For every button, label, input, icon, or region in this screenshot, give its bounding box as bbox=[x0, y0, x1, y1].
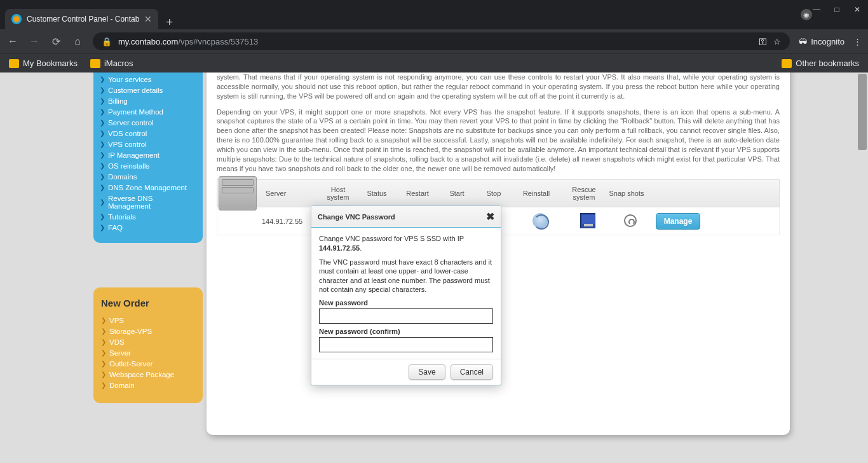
chevron-icon: ❯ bbox=[100, 108, 105, 115]
chevron-icon: ❯ bbox=[100, 119, 105, 126]
neworder-title: New Order bbox=[101, 298, 195, 308]
sidebar-item-customer-details[interactable]: ❯Customer details bbox=[100, 85, 196, 95]
lock-icon: 🔒 bbox=[102, 37, 112, 46]
main-content: system. That means that if your operatin… bbox=[207, 73, 790, 435]
scrollbar-thumb[interactable] bbox=[858, 74, 867, 150]
confirm-password-input[interactable] bbox=[319, 337, 493, 352]
chevron-icon: ❯ bbox=[101, 371, 106, 378]
browser-tab[interactable]: Customer Control Panel - Contab ✕ bbox=[5, 9, 158, 29]
col-snapshots: Snap shots bbox=[607, 190, 646, 197]
col-server: Server bbox=[261, 190, 319, 197]
sidebar-item-vps-control[interactable]: ❯VPS control bbox=[100, 139, 196, 149]
window-close[interactable]: ✕ bbox=[851, 4, 863, 15]
menu-icon[interactable]: ⋮ bbox=[853, 37, 862, 46]
sidebar-item-payment-method[interactable]: ❯Payment Method bbox=[100, 106, 196, 117]
tab-close-icon[interactable]: ✕ bbox=[144, 14, 152, 24]
dialog-title: Change VNC Password bbox=[318, 213, 395, 221]
neworder-item-outlet-server[interactable]: ❯Outlet-Server bbox=[101, 358, 195, 369]
url-host: my.contabo.com bbox=[118, 37, 178, 46]
neworder-item-server[interactable]: ❯Server bbox=[101, 347, 195, 358]
bookmark-imacros[interactable]: iMacros bbox=[90, 59, 133, 68]
dialog-rules: The VNC password must have exact 8 chara… bbox=[319, 258, 493, 294]
col-start: Start bbox=[438, 190, 475, 197]
neworder-item-vps[interactable]: ❯VPS bbox=[101, 315, 195, 326]
chevron-icon: ❯ bbox=[100, 198, 105, 205]
chevron-icon: ❯ bbox=[100, 76, 105, 83]
sidebar-item-tutorials[interactable]: ❯Tutorials bbox=[100, 211, 196, 222]
chevron-icon: ❯ bbox=[100, 184, 105, 191]
chevron-icon: ❯ bbox=[100, 213, 105, 220]
rescue-disk-icon[interactable] bbox=[580, 213, 595, 228]
col-restart: Restart bbox=[397, 190, 438, 197]
chevron-icon: ❯ bbox=[100, 151, 105, 158]
sidebar-item-dns-zone-management[interactable]: ❯DNS Zone Management bbox=[100, 182, 196, 193]
new-password-input[interactable] bbox=[319, 308, 493, 324]
url-path: /vps#vncpass/537513 bbox=[178, 37, 258, 46]
favicon-icon bbox=[11, 14, 22, 24]
folder-icon bbox=[782, 59, 792, 68]
server-rack-icon bbox=[219, 176, 257, 211]
col-host: Host system bbox=[319, 186, 357, 201]
col-reinstall: Reinstall bbox=[512, 190, 560, 197]
sidebar-item-ip-management[interactable]: ❯IP Management bbox=[100, 149, 196, 160]
sidebar-item-domains[interactable]: ❯Domains bbox=[100, 171, 196, 182]
forward-icon[interactable]: → bbox=[28, 36, 41, 47]
sidebar-item-your-services[interactable]: ❯Your services bbox=[100, 74, 196, 85]
sidebar-item-faq[interactable]: ❯FAQ bbox=[100, 222, 196, 233]
sidebar-neworder-panel: New Order ❯VPS❯Storage-VPS❯VDS❯Server❯Ou… bbox=[93, 287, 203, 403]
url-bar[interactable]: 🔒 my.contabo.com/vps#vncpass/537513 ⚿ ☆ bbox=[93, 32, 790, 50]
col-stop: Stop bbox=[475, 190, 512, 197]
chevron-icon: ❯ bbox=[100, 162, 105, 169]
chevron-icon: ❯ bbox=[100, 224, 105, 231]
chevron-icon: ❯ bbox=[101, 349, 106, 356]
snapshot-icon[interactable] bbox=[624, 214, 637, 227]
home-icon[interactable]: ⌂ bbox=[71, 36, 84, 47]
server-ip: 144.91.72.55 bbox=[217, 218, 319, 225]
new-password-label: New password bbox=[319, 299, 493, 307]
description-2: Depending on your VPS, it might support … bbox=[217, 107, 780, 174]
chevron-icon: ❯ bbox=[100, 97, 105, 104]
server-table-header: Server Host system Status Restart Start … bbox=[217, 179, 780, 207]
incognito-badge: 🕶 Incognito bbox=[799, 37, 844, 46]
chevron-icon: ❯ bbox=[100, 86, 105, 93]
confirm-password-label: New password (confirm) bbox=[319, 328, 493, 335]
manage-button[interactable]: Manage bbox=[656, 213, 701, 230]
chevron-icon: ❯ bbox=[101, 338, 106, 345]
key-icon[interactable]: ⚿ bbox=[759, 37, 767, 46]
star-icon[interactable]: ☆ bbox=[773, 37, 781, 46]
neworder-item-storage-vps[interactable]: ❯Storage-VPS bbox=[101, 326, 195, 336]
neworder-item-webspace-package[interactable]: ❯Webspace Package bbox=[101, 369, 195, 380]
chevron-icon: ❯ bbox=[101, 317, 106, 324]
reinstall-icon[interactable] bbox=[532, 213, 548, 228]
chevron-icon: ❯ bbox=[100, 173, 105, 180]
chevron-icon: ❯ bbox=[100, 141, 105, 148]
chevron-icon: ❯ bbox=[101, 328, 106, 335]
bookmark-other[interactable]: Other bookmarks bbox=[782, 59, 859, 68]
window-minimize[interactable]: — bbox=[811, 4, 822, 15]
sidebar-item-vds-control[interactable]: ❯VDS control bbox=[100, 128, 196, 139]
chevron-icon: ❯ bbox=[100, 130, 105, 137]
incognito-icon: 🕶 bbox=[799, 37, 807, 46]
chevron-icon: ❯ bbox=[101, 360, 106, 367]
folder-icon bbox=[90, 59, 100, 68]
sidebar-item-reverse-dns-management[interactable]: ❯Reverse DNS Management bbox=[100, 193, 196, 211]
reload-icon[interactable]: ⟳ bbox=[50, 36, 62, 48]
window-maximize[interactable]: □ bbox=[831, 4, 843, 15]
tab-title: Customer Control Panel - Contab bbox=[27, 15, 139, 24]
neworder-item-domain[interactable]: ❯Domain bbox=[101, 380, 195, 390]
dialog-close-icon[interactable]: ✖ bbox=[486, 211, 494, 223]
dialog-line1a: Change VNC password for VPS S SSD with I… bbox=[319, 235, 464, 242]
sidebar-services-panel: ❯Your services❯Customer details❯Billing❯… bbox=[93, 73, 203, 243]
sidebar-item-billing[interactable]: ❯Billing bbox=[100, 95, 196, 106]
sidebar-item-os-reinstalls[interactable]: ❯OS reinstalls bbox=[100, 160, 196, 171]
dialog-ip: 144.91.72.55 bbox=[319, 244, 360, 252]
new-tab-button[interactable]: + bbox=[158, 16, 180, 29]
back-icon[interactable]: ← bbox=[6, 36, 19, 47]
cancel-button[interactable]: Cancel bbox=[451, 364, 493, 380]
neworder-item-vds[interactable]: ❯VDS bbox=[101, 336, 195, 347]
col-status: Status bbox=[357, 190, 397, 197]
sidebar-item-server-control[interactable]: ❯Server control bbox=[100, 117, 196, 128]
description-1: system. That means that if your operatin… bbox=[217, 73, 780, 101]
save-button[interactable]: Save bbox=[409, 364, 445, 380]
bookmark-mybookmarks[interactable]: My Bookmarks bbox=[9, 59, 78, 68]
